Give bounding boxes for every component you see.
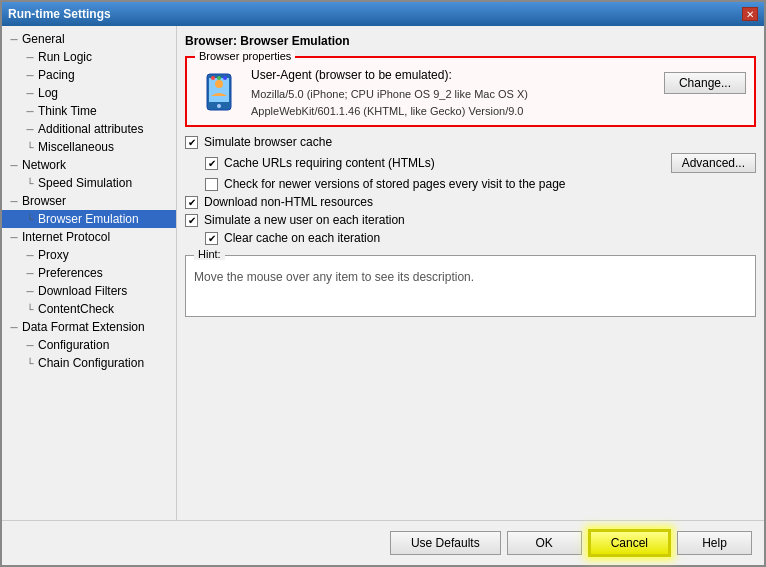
hint-content: Move the mouse over any item to see its … xyxy=(186,256,755,316)
dash-icon8: └ xyxy=(24,177,36,189)
check-newer-checkbox[interactable] xyxy=(205,178,218,191)
dash-icon7: ─ xyxy=(8,159,20,171)
sidebar-item-data-format-extension[interactable]: ─ Data Format Extension xyxy=(2,318,176,336)
sidebar-item-browser[interactable]: ─ Browser xyxy=(2,192,176,210)
download-nonhtml-label: Download non-HTML resources xyxy=(204,195,373,209)
svg-point-4 xyxy=(211,76,215,80)
svg-point-5 xyxy=(217,76,221,80)
sidebar-label-pacing: Pacing xyxy=(38,68,75,82)
ok-button[interactable]: OK xyxy=(507,531,582,555)
sidebar: ─ General ─ Run Logic ─ Pacing ─ Log ─ T… xyxy=(2,26,177,520)
footer: Use Defaults OK Cancel Help xyxy=(2,520,764,565)
clear-cache-label: Clear cache on each iteration xyxy=(224,231,380,245)
sidebar-item-run-logic[interactable]: ─ Run Logic xyxy=(2,48,176,66)
clear-cache-checkbox[interactable] xyxy=(205,232,218,245)
title-bar: Run-time Settings ✕ xyxy=(2,2,764,26)
sidebar-label-configuration: Configuration xyxy=(38,338,109,352)
simulate-new-user-checkbox[interactable] xyxy=(185,214,198,227)
check-newer-label: Check for newer versions of stored pages… xyxy=(224,177,566,191)
simulate-new-user-label: Simulate a new user on each iteration xyxy=(204,213,405,227)
simulate-cache-checkbox[interactable] xyxy=(185,136,198,149)
dash-icon16: ─ xyxy=(8,321,20,333)
clear-cache-row: Clear cache on each iteration xyxy=(185,231,756,245)
simulate-new-user-row: Simulate a new user on each iteration xyxy=(185,213,756,227)
svg-point-2 xyxy=(217,104,221,108)
ua-value-line2: AppleWebKit/601.1.46 (KHTML, like Gecko)… xyxy=(251,103,656,120)
dash-icon14: ─ xyxy=(24,285,36,297)
sidebar-item-speed-simulation[interactable]: └ Speed Simulation xyxy=(2,174,176,192)
dash-icon18: └ xyxy=(24,357,36,369)
dash-icon15: └ xyxy=(24,303,36,315)
sidebar-label-preferences: Preferences xyxy=(38,266,103,280)
dash-icon2: ─ xyxy=(24,69,36,81)
dash-icon3: ─ xyxy=(24,87,36,99)
sidebar-label-content-check: ContentCheck xyxy=(38,302,114,316)
check-newer-row: Check for newer versions of stored pages… xyxy=(185,177,756,191)
sidebar-item-content-check[interactable]: └ ContentCheck xyxy=(2,300,176,318)
dash-icon12: ─ xyxy=(24,249,36,261)
svg-point-3 xyxy=(215,80,223,88)
sidebar-label-speed-simulation: Speed Simulation xyxy=(38,176,132,190)
hint-box: Hint: Move the mouse over any item to se… xyxy=(185,255,756,317)
svg-point-6 xyxy=(223,76,227,80)
main-panel: Browser: Browser Emulation Browser prope… xyxy=(177,26,764,520)
sidebar-item-chain-configuration[interactable]: └ Chain Configuration xyxy=(2,354,176,372)
run-time-settings-window: Run-time Settings ✕ ─ General ─ Run Logi… xyxy=(0,0,766,567)
sidebar-label-think-time: Think Time xyxy=(38,104,97,118)
cache-urls-checkbox[interactable] xyxy=(205,157,218,170)
dash-icon: ─ xyxy=(24,51,36,63)
cache-urls-row: Cache URLs requiring content (HTMLs) Adv… xyxy=(185,153,756,173)
sidebar-item-general[interactable]: ─ General xyxy=(2,30,176,48)
sidebar-item-think-time[interactable]: ─ Think Time xyxy=(2,102,176,120)
ua-info: User-Agent (browser to be emulated): Moz… xyxy=(251,68,656,119)
sidebar-label-browser-emulation: Browser Emulation xyxy=(38,212,139,226)
sidebar-label-additional-attributes: Additional attributes xyxy=(38,122,143,136)
phone-svg xyxy=(197,70,241,114)
dash-icon5: ─ xyxy=(24,123,36,135)
cache-urls-label: Cache URLs requiring content (HTMLs) xyxy=(224,156,435,170)
sidebar-label-network: Network xyxy=(22,158,66,172)
sidebar-item-network[interactable]: ─ Network xyxy=(2,156,176,174)
title-bar-controls: ✕ xyxy=(742,7,758,21)
download-nonhtml-checkbox[interactable] xyxy=(185,196,198,209)
browser-props-content: User-Agent (browser to be emulated): Moz… xyxy=(195,64,746,119)
ua-value-line1: Mozilla/5.0 (iPhone; CPU iPhone OS 9_2 l… xyxy=(251,86,656,103)
sidebar-item-internet-protocol[interactable]: ─ Internet Protocol xyxy=(2,228,176,246)
use-defaults-button[interactable]: Use Defaults xyxy=(390,531,501,555)
close-button[interactable]: ✕ xyxy=(742,7,758,21)
download-nonhtml-row: Download non-HTML resources xyxy=(185,195,756,209)
sidebar-item-additional-attributes[interactable]: ─ Additional attributes xyxy=(2,120,176,138)
hint-title: Hint: xyxy=(194,248,225,260)
dash-icon6: └ xyxy=(24,141,36,153)
sidebar-item-browser-emulation[interactable]: └ Browser Emulation xyxy=(2,210,176,228)
sidebar-item-proxy[interactable]: ─ Proxy xyxy=(2,246,176,264)
sidebar-label-run-logic: Run Logic xyxy=(38,50,92,64)
dash-icon4: ─ xyxy=(24,105,36,117)
panel-title: Browser: Browser Emulation xyxy=(185,34,756,48)
change-button[interactable]: Change... xyxy=(664,72,746,94)
sidebar-item-log[interactable]: ─ Log xyxy=(2,84,176,102)
advanced-button[interactable]: Advanced... xyxy=(671,153,756,173)
dash-icon11: ─ xyxy=(8,231,20,243)
sidebar-label-miscellaneous: Miscellaneous xyxy=(38,140,114,154)
group-box-title: Browser properties xyxy=(195,50,295,62)
ua-label: User-Agent (browser to be emulated): xyxy=(251,68,656,82)
sidebar-label-download-filters: Download Filters xyxy=(38,284,127,298)
simulate-cache-label: Simulate browser cache xyxy=(204,135,332,149)
sidebar-item-preferences[interactable]: ─ Preferences xyxy=(2,264,176,282)
sidebar-item-miscellaneous[interactable]: └ Miscellaneous xyxy=(2,138,176,156)
sidebar-item-download-filters[interactable]: ─ Download Filters xyxy=(2,282,176,300)
dash-icon9: ─ xyxy=(8,195,20,207)
help-button[interactable]: Help xyxy=(677,531,752,555)
sidebar-item-pacing[interactable]: ─ Pacing xyxy=(2,66,176,84)
browser-properties-group: Browser properties xyxy=(185,56,756,127)
sidebar-label-chain-configuration: Chain Configuration xyxy=(38,356,144,370)
dash-icon17: ─ xyxy=(24,339,36,351)
browser-icon xyxy=(195,68,243,116)
content-area: ─ General ─ Run Logic ─ Pacing ─ Log ─ T… xyxy=(2,26,764,520)
sidebar-item-configuration[interactable]: ─ Configuration xyxy=(2,336,176,354)
sidebar-label-internet-protocol: Internet Protocol xyxy=(22,230,110,244)
sidebar-label-browser: Browser xyxy=(22,194,66,208)
cancel-button[interactable]: Cancel xyxy=(588,529,671,557)
sidebar-label-general: General xyxy=(22,32,65,46)
